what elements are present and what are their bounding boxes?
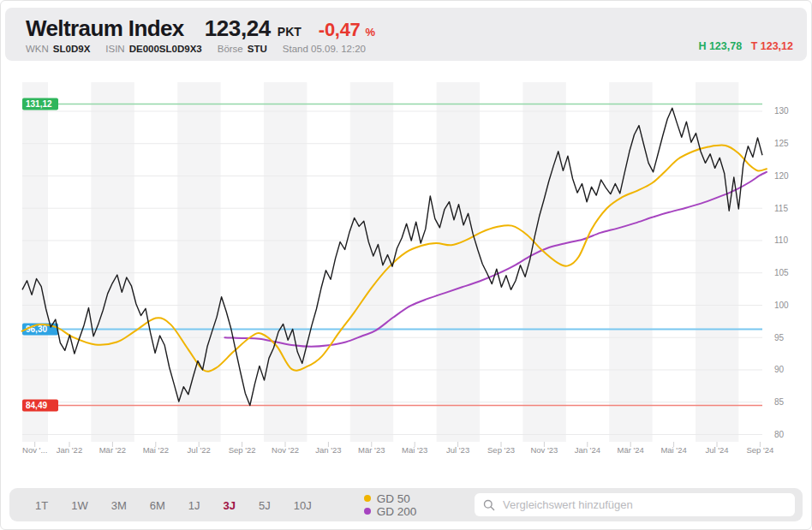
day-high: H 123,78 — [698, 40, 742, 52]
instrument-title: Weltraum Index — [26, 15, 184, 42]
y-axis-tick-label: 90 — [774, 365, 785, 374]
x-axis-label: Mär '23 — [358, 445, 385, 455]
isin-value: DE000SL0D9X3 — [129, 44, 202, 54]
chart-toolbar: 1T1W3M6M1J3J5J10J GD 50GD 200 — [9, 488, 803, 521]
y-axis-tick-label: 105 — [774, 268, 789, 277]
month-stripe — [696, 82, 738, 442]
x-axis-label: Mai '24 — [660, 445, 686, 455]
month-stripe — [22, 82, 48, 442]
x-axis-label: Jan '24 — [575, 445, 600, 455]
wkn-value: SL0D9X — [53, 44, 90, 54]
legend-gd-50[interactable]: GD 50 — [364, 492, 417, 505]
compare-search-input[interactable] — [501, 497, 786, 512]
y-axis-tick-label: 110 — [774, 235, 788, 245]
range-button-3m[interactable]: 3M — [111, 499, 127, 512]
month-stripe — [91, 82, 134, 442]
price-change-percent-sign: % — [366, 26, 376, 39]
y-axis-tick-label: 80 — [774, 430, 785, 439]
header-main-row: Weltraum Index 123,24 PKT -0,47 % — [26, 15, 795, 42]
exchange-label: Börse — [218, 44, 243, 54]
price-unit: PKT — [278, 25, 302, 39]
level-label: 131,12 — [26, 99, 52, 109]
search-icon — [483, 499, 495, 511]
legend-dot — [364, 495, 371, 502]
month-stripe — [350, 82, 393, 442]
x-axis-label: Jul '22 — [188, 445, 211, 455]
day-high-low: H 123,78 T 123,12 — [698, 40, 793, 52]
range-button-5j[interactable]: 5J — [259, 499, 271, 512]
compare-search-box[interactable] — [475, 493, 795, 516]
month-stripe — [437, 82, 480, 442]
month-stripe — [609, 82, 652, 442]
range-buttons: 1T1W3M6M1J3J5J10J — [35, 497, 335, 513]
price-change: -0,47 — [319, 19, 361, 41]
level-label: 84,49 — [26, 401, 47, 410]
x-axis-label: Sep '22 — [229, 445, 256, 455]
range-button-1w[interactable]: 1W — [71, 499, 88, 512]
x-axis-label: Mai '22 — [143, 445, 169, 455]
chart-svg[interactable]: 80859095100105110115120125130Nov '...Jan… — [1, 82, 812, 472]
y-axis-tick-label: 130 — [774, 106, 789, 116]
range-button-3j[interactable]: 3J — [224, 499, 236, 512]
exchange-value: STU — [248, 44, 267, 54]
y-axis-tick-label: 125 — [774, 139, 789, 148]
range-button-1t[interactable]: 1T — [35, 499, 48, 512]
price-chart[interactable]: 80859095100105110115120125130Nov '...Jan… — [1, 82, 812, 472]
header-bar: Weltraum Index 123,24 PKT -0,47 % WKN SL… — [5, 8, 807, 61]
legend-gd-200[interactable]: GD 200 — [364, 505, 417, 518]
wkn-label: WKN — [26, 44, 49, 54]
x-axis-label: Jul '24 — [705, 445, 728, 455]
timestamp: Stand 05.09. 12:20 — [283, 44, 366, 54]
y-axis-tick-label: 115 — [774, 204, 788, 213]
x-axis-label: Nov '22 — [272, 445, 299, 455]
x-axis-label: Jan '23 — [315, 445, 341, 455]
x-axis-label: Nov '23 — [530, 445, 558, 455]
x-axis-label: Mai '23 — [402, 445, 427, 455]
x-axis-label: Mär '22 — [99, 445, 126, 455]
x-axis-label: Mär '24 — [618, 445, 644, 455]
range-button-6m[interactable]: 6M — [150, 499, 165, 512]
x-axis-label: Sep '23 — [487, 445, 515, 455]
legend-label: GD 50 — [377, 492, 410, 505]
legend-group: GD 50GD 200 — [335, 492, 417, 518]
current-price: 123,24 — [205, 15, 271, 42]
y-axis-tick-label: 120 — [774, 171, 789, 181]
x-axis-label: Nov '... — [22, 445, 47, 455]
y-axis-tick-label: 85 — [774, 397, 785, 407]
month-stripe — [264, 82, 307, 442]
x-axis-label: Sep '24 — [746, 445, 773, 455]
range-button-10j[interactable]: 10J — [294, 499, 312, 512]
legend-dot — [364, 508, 371, 515]
x-axis-label: Jul '23 — [446, 445, 469, 455]
quote-chart-card: Weltraum Index 123,24 PKT -0,47 % WKN SL… — [0, 0, 812, 530]
x-axis-label: Jan '22 — [57, 445, 82, 455]
y-axis-tick-label: 100 — [774, 301, 789, 310]
isin-label: ISIN — [105, 44, 124, 54]
y-axis-tick-label: 95 — [774, 333, 785, 342]
legend-label: GD 200 — [377, 505, 417, 518]
day-low: T 123,12 — [751, 40, 793, 52]
range-button-1j[interactable]: 1J — [188, 499, 200, 512]
instrument-meta-row: WKN SL0D9X ISIN DE000SL0D9X3 Börse STU S… — [26, 44, 795, 54]
